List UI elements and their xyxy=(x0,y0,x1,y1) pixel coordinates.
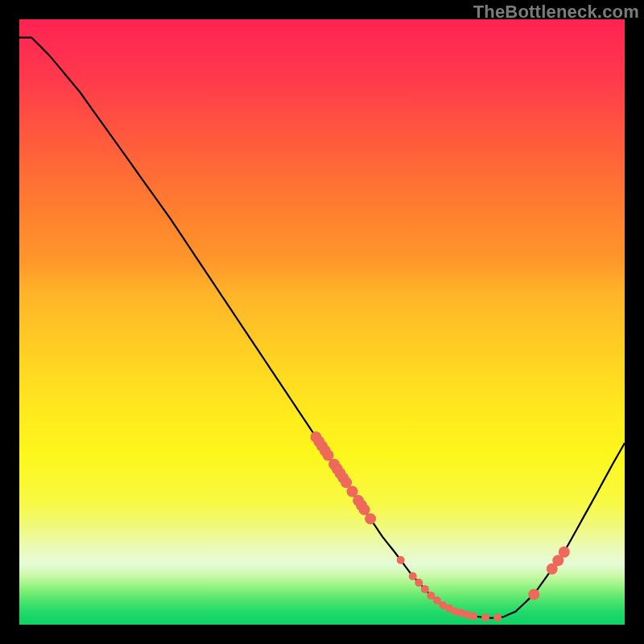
data-marker xyxy=(559,547,570,558)
data-marker xyxy=(415,579,423,587)
data-marker xyxy=(469,612,477,620)
data-marker xyxy=(365,513,376,524)
data-marker xyxy=(493,613,502,621)
data-marker xyxy=(409,572,417,580)
curve-svg xyxy=(19,19,625,625)
data-markers xyxy=(310,431,569,621)
data-marker xyxy=(421,585,429,593)
chart-plot-area xyxy=(19,19,625,625)
bottleneck-curve xyxy=(19,38,625,618)
watermark-text: TheBottleneck.com xyxy=(473,2,639,23)
data-marker xyxy=(528,588,539,600)
data-marker xyxy=(397,556,405,564)
data-marker xyxy=(481,613,489,621)
